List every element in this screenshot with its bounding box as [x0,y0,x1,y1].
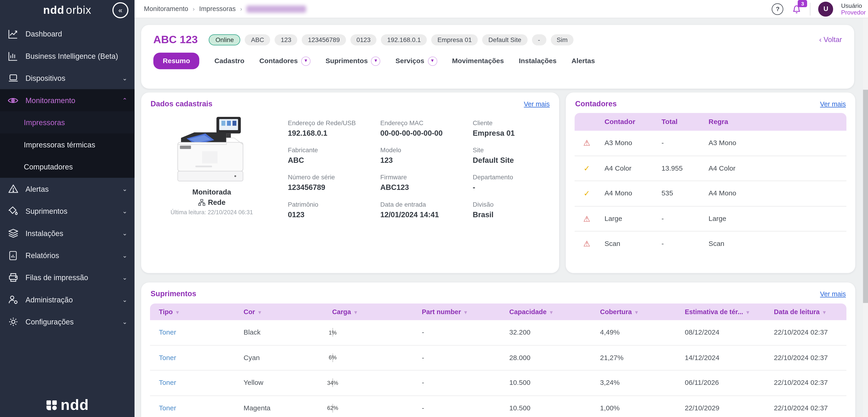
column-label: Carga [332,308,351,316]
breadcrumb-separator-icon: › [192,5,195,12]
cell-cobertura: 3,24% [600,379,685,387]
tab-alertas[interactable]: Alertas [571,57,595,65]
field-value: 192.168.0.1 [288,129,380,137]
contadores-card: Contadores Ver mais Contador Total Regra… [566,93,855,273]
sidebar-item-suprimentos[interactable]: Suprimentos ⌄ [0,200,134,222]
sidebar-item-computadores[interactable]: Computadores [0,156,134,178]
field-value: Brasil [473,211,565,219]
tab-contadores[interactable]: Contadores▼ [259,56,311,66]
column-estimativa[interactable]: Estimativa de tér...▼ [685,308,774,316]
column-carga[interactable]: Carga▼ [332,308,422,316]
cell-capacidade: 32.200 [509,329,600,336]
sidebar-item-instalacoes[interactable]: Instalações ⌄ [0,222,134,244]
dados-ver-mais-link[interactable]: Ver mais [524,100,550,108]
field-label: Firmware [380,174,473,180]
cell-total: - [656,240,703,248]
field-label: Departamento [473,174,565,180]
toner-link[interactable]: Toner [159,379,176,387]
contadores-ver-mais-link[interactable]: Ver mais [820,100,846,108]
line-chart-icon [7,28,19,40]
sidebar-item-alertas[interactable]: Alertas ⌄ [0,178,134,200]
sidebar-item-impressoras[interactable]: Impressoras [0,111,134,133]
breadcrumb-monitoramento[interactable]: Monitoramento [144,5,188,13]
cell-estimativa: 22/10/2029 [685,404,774,412]
back-button[interactable]: ‹ Voltar [819,35,842,43]
breadcrumb-impressoras[interactable]: Impressoras [199,5,236,13]
sidebar-item-label: Computadores [24,162,73,171]
sidebar: nddorbix « Dashboard Business Intelligen… [0,0,134,417]
sidebar-item-label: Impressoras térmicas [24,140,95,149]
column-label: Cobertura [600,308,632,316]
breadcrumb: Monitoramento › Impressoras › [134,5,306,13]
toner-link[interactable]: Toner [159,329,176,336]
field-site: SiteDefault Site [473,147,565,165]
column-label: Estimativa de tér... [685,308,743,316]
sidebar-item-relatorios[interactable]: Relatórios ⌄ [0,244,134,266]
column-label: Data de leitura [774,308,819,316]
printer-image [173,115,251,184]
user-info[interactable]: Usuário Provedor [841,2,866,16]
ndd-footer-logo: ndd [61,396,89,414]
suprimentos-table: Tipo▼ Cor▼ Carga▼ Part number▼ Capacidad… [150,304,846,417]
toner-link[interactable]: Toner [159,404,176,412]
tab-suprimentos[interactable]: Suprimentos▼ [326,56,380,66]
sidebar-collapse-icon[interactable]: « [113,2,128,18]
tab-cadastro[interactable]: Cadastro [214,57,244,65]
chevron-up-icon: ⌃ [122,97,127,104]
sidebar-item-monitoramento[interactable]: Monitoramento ⌃ [0,89,134,111]
cell-cobertura: 4,49% [600,329,685,336]
vertical-scrollbar[interactable] [863,18,868,417]
column-cor[interactable]: Cor▼ [244,308,332,316]
sort-chevron-icon: ▼ [549,309,554,315]
toner-link[interactable]: Toner [159,354,176,362]
column-capacidade[interactable]: Capacidade▼ [509,308,600,316]
laptop-icon [7,72,19,84]
column-contador: Contador [599,118,656,126]
cell-regra: A4 Color [703,165,846,172]
help-icon[interactable]: ? [772,3,783,15]
chevron-down-icon: ⌄ [122,230,127,237]
field-value: ABC [288,156,380,165]
sidebar-item-filas-de-impressao[interactable]: Filas de impressão ⌄ [0,266,134,289]
sidebar-item-administracao[interactable]: Administração ⌄ [0,289,134,311]
sidebar-item-configuracoes[interactable]: Configurações ⌄ [0,311,134,333]
column-data-leitura[interactable]: Data de leitura▼ [774,308,846,316]
badge-serial: 123456789 [302,34,346,45]
cell-estimativa: 08/12/2024 [685,329,774,336]
cell-cobertura: 1,00% [600,404,685,412]
suprimento-row-black: Toner Black 1% - 32.200 4,49% 08/12/2024… [150,320,846,345]
field-modelo: Modelo123 [380,147,473,165]
tab-resumo[interactable]: Resumo [153,53,199,69]
notifications-button[interactable]: 3 [792,3,802,14]
column-part-number[interactable]: Part number▼ [422,308,509,316]
connection-label: Rede [208,198,226,206]
connection-type: Rede [141,198,282,206]
field-divisao: DivisãoBrasil [473,201,565,219]
gear-icon [7,316,19,328]
sidebar-item-business-intelligence[interactable]: Business Intelligence (Beta) [0,45,134,67]
badge-ip: 192.168.0.1 [381,34,427,45]
sidebar-item-impressoras-termicas[interactable]: Impressoras térmicas [0,133,134,155]
user-avatar[interactable]: U [818,1,833,16]
breadcrumb-separator-icon: › [240,5,242,12]
tab-instalacoes[interactable]: Instalações [519,57,557,65]
dados-cadastrais-card: Dados cadastrais Ver mais [141,93,559,273]
sidebar-item-dashboard[interactable]: Dashboard [0,23,134,45]
badge-patrimonio: 0123 [350,34,377,45]
column-regra: Regra [703,118,846,126]
column-tipo[interactable]: Tipo▼ [150,308,244,316]
vertical-scrollbar-thumb[interactable] [863,90,868,303]
suprimentos-ver-mais-link[interactable]: Ver mais [820,290,846,298]
cell-cor: Cyan [244,354,332,362]
column-cobertura[interactable]: Cobertura▼ [600,308,685,316]
topbar-divider [810,2,811,15]
field-firmware: FirmwareABC123 [380,174,473,191]
cell-regra: Scan [703,240,846,248]
contadores-row: ✓ A4 Mono 535 A4 Mono [575,181,846,206]
tab-servicos[interactable]: Serviços▼ [396,56,437,66]
tab-movimentacoes[interactable]: Movimentações [452,57,504,65]
sidebar-item-dispositivos[interactable]: Dispositivos ⌄ [0,67,134,89]
field-value: ABC123 [380,183,473,191]
field-label: Fabricante [288,147,380,153]
suprimentos-title: Suprimentos [151,290,196,298]
